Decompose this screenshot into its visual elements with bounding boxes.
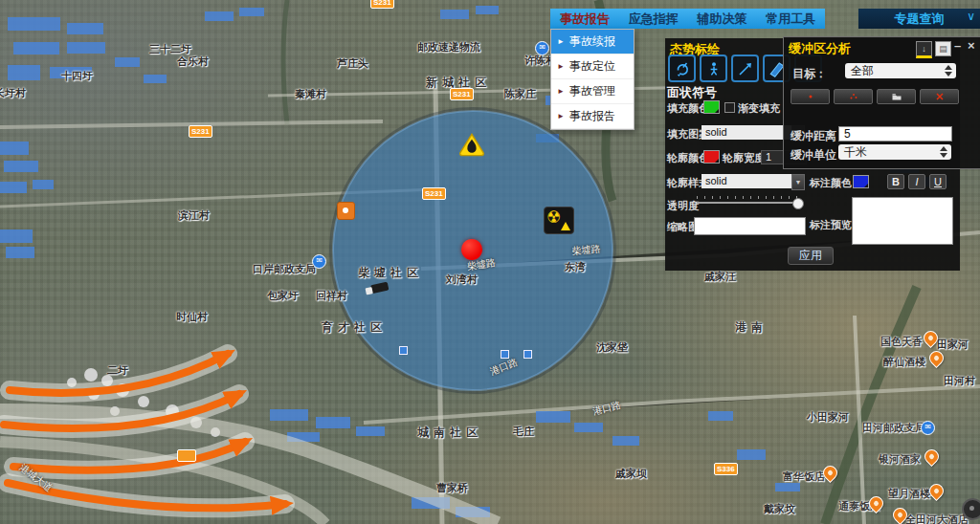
map-label: 富华饭店 — [783, 469, 825, 484]
map-label: 田河村 — [944, 374, 975, 388]
thumbnail-input[interactable] — [694, 217, 806, 235]
map-label: 柴墟路 — [571, 242, 601, 258]
minimize-button[interactable]: – — [954, 38, 961, 53]
buffer-unit-value: 千米 — [844, 145, 867, 159]
road-badge: S231 — [422, 187, 446, 200]
submenu-arrow-icon: ► — [557, 87, 565, 96]
target-value: 全部 — [851, 64, 874, 77]
map-label: 银河酒家 — [879, 452, 921, 467]
map-label: 包家圩 — [267, 289, 299, 303]
opacity-slider[interactable] — [697, 202, 798, 204]
map-label: 戚家坝 — [615, 467, 647, 481]
road-badge — [177, 449, 196, 462]
buffer-analysis-panel: 缓冲区分析 ↓ ▤ – × 目标： 全部 缓冲距离： 缓冲单位： 千米 — [783, 36, 980, 169]
gradient-fill-label: 渐变填充 — [738, 101, 780, 116]
radiation-hazard-icon[interactable]: ☢ — [544, 207, 574, 234]
italic-button[interactable]: I — [908, 174, 925, 189]
map-label: 滨江村 — [178, 208, 210, 223]
fill-color-swatch[interactable] — [703, 100, 720, 114]
apply-button[interactable]: 应用 — [788, 247, 834, 265]
stepper-icon — [940, 146, 947, 158]
map-label: 邮政速递物流 — [417, 40, 480, 55]
dropdown-item[interactable]: ► 事故续报 — [551, 30, 634, 55]
menu-item[interactable]: 辅助决策 — [688, 11, 757, 28]
label-color-swatch[interactable] — [853, 175, 869, 188]
map-label: 醉仙酒楼 — [883, 355, 925, 369]
close-button[interactable]: × — [968, 38, 975, 53]
map-label: 沈家垡 — [596, 340, 628, 355]
dropdown-item[interactable]: ► 事故定位 — [551, 55, 634, 79]
opacity-slider-thumb[interactable] — [792, 198, 804, 209]
map-label: 陈家庄 — [504, 87, 536, 101]
fire-warning-icon[interactable] — [458, 132, 485, 161]
plot-tool-button[interactable] — [731, 55, 759, 82]
poi-dot[interactable] — [523, 350, 532, 359]
collect-icon[interactable]: ↓ — [916, 41, 932, 58]
map-label: 秦滩村 — [295, 87, 326, 101]
buffer-panel-title: 缓冲区分析 — [789, 40, 851, 57]
road-badge: S231 — [370, 0, 394, 9]
outline-style-select[interactable]: solid — [702, 174, 794, 188]
buffer-unit-select[interactable]: 千米 — [838, 144, 951, 160]
buffer-action-button[interactable] — [834, 89, 873, 104]
dropdown-item-label: 事故续报 — [569, 33, 615, 50]
plot-tool-button[interactable] — [700, 55, 727, 82]
target-label: 目标： — [792, 66, 827, 82]
top-menu-bar: 事故报告应急指挥辅助决策常用工具 — [550, 9, 825, 29]
poi-dot[interactable] — [501, 350, 509, 359]
map-label: 育才社区 — [322, 319, 387, 336]
map-label: 戴家坟 — [764, 502, 795, 516]
map-label: 曹家桥 — [436, 481, 468, 495]
opacity-label: 透明度 — [667, 199, 699, 213]
map-label: 二圩 — [107, 363, 128, 378]
map-control-button[interactable] — [962, 498, 980, 520]
buffer-action-button[interactable] — [877, 89, 916, 104]
post-office-marker[interactable] — [535, 41, 549, 55]
map-label: 刘湾村 — [446, 273, 478, 287]
target-select[interactable]: 全部 — [845, 63, 956, 78]
submenu-arrow-icon: ► — [557, 112, 565, 120]
gradient-fill-checkbox[interactable] — [724, 102, 735, 113]
road-badge: S231 — [450, 88, 474, 100]
label-preview-box — [852, 197, 953, 245]
poi-dot[interactable] — [399, 346, 408, 355]
label-preview-label: 标注预览 — [810, 218, 852, 232]
bold-button[interactable]: B — [887, 174, 904, 189]
dropdown-item[interactable]: ► 事故管理 — [551, 79, 634, 104]
menu-item[interactable]: 事故报告 — [550, 11, 619, 28]
map-label: 国色天香 — [880, 335, 923, 349]
dropdown-item-label: 事故定位 — [569, 58, 615, 75]
map-label: 港南 — [735, 319, 768, 336]
map-label: 口岸邮政支局 — [253, 262, 316, 276]
map-label: 柴墟社区 — [358, 265, 423, 281]
special-query-menu[interactable]: 专题查询 ∨ — [858, 9, 980, 29]
hazard-site-icon[interactable] — [337, 202, 355, 220]
underline-button[interactable]: U — [929, 174, 947, 189]
map-label: 时仙村 — [176, 310, 208, 324]
post-office-marker[interactable] — [921, 421, 935, 435]
map-label: 十四圩 — [61, 69, 93, 83]
outline-color-swatch[interactable] — [703, 150, 720, 164]
menu-item[interactable]: 常用工具 — [756, 11, 825, 28]
fill-pattern-select[interactable]: solid — [702, 125, 794, 140]
area-symbol-section-label: 面状符号 — [667, 84, 717, 101]
map-label: 长圩村 — [0, 86, 26, 100]
road-badge: S336 — [714, 463, 738, 475]
map-label: 芦庄头 — [337, 56, 368, 71]
dropdown-item-label: 事故报告 — [569, 108, 615, 124]
map-label: 东湾 — [565, 260, 586, 274]
menu-item[interactable]: 应急指挥 — [619, 11, 688, 28]
buffer-distance-input[interactable] — [838, 126, 952, 142]
chevron-down-icon: ∨ — [967, 10, 975, 23]
app-window: 三十二圩合乐村十四圩长圩村芦庄头邮政速递物流新城社区许陈村秦滩村陈家庄滨江村口岸… — [0, 0, 980, 524]
buffer-action-button[interactable] — [791, 89, 830, 104]
outline-style-dropdown-arrow[interactable]: ▼ — [791, 174, 805, 190]
map-label: 戚家汪 — [704, 270, 736, 284]
incident-point-marker[interactable] — [461, 239, 482, 260]
clipboard-icon[interactable]: ▤ — [935, 41, 951, 56]
map-label: 田家河 — [937, 338, 969, 352]
dropdown-item[interactable]: ► 事故报告 — [551, 104, 634, 129]
post-office-marker[interactable] — [312, 254, 326, 269]
buffer-action-button[interactable] — [920, 89, 959, 104]
plot-tool-button[interactable] — [668, 55, 696, 82]
